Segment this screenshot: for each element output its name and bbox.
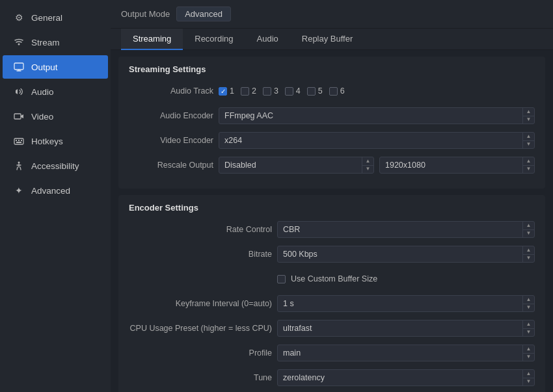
video-encoder-down[interactable]: ▼ <box>523 141 534 149</box>
tune-spinbox[interactable]: zerolatency ▲ ▼ <box>277 369 535 386</box>
encoder-settings-section: Encoder Settings Rate Control CBR ▲ ▼ Bi… <box>118 195 545 392</box>
svg-rect-7 <box>16 142 21 143</box>
track-2-checkbox[interactable] <box>241 87 249 96</box>
streaming-settings-title: Streaming Settings <box>129 64 535 74</box>
encoder-settings-title: Encoder Settings <box>129 203 535 213</box>
sidebar-item-general[interactable]: ⚙ General <box>3 6 108 29</box>
sidebar-item-stream[interactable]: Stream <box>3 31 108 54</box>
profile-down[interactable]: ▼ <box>523 354 534 361</box>
bitrate-arrows: ▲ ▼ <box>522 246 534 262</box>
sidebar-label-video: Video <box>31 112 53 122</box>
profile-control: main ▲ ▼ <box>277 345 535 361</box>
rescale-output-down[interactable]: ▼ <box>362 166 373 174</box>
audio-encoder-down[interactable]: ▼ <box>523 116 534 124</box>
top-bar: Output Mode Advanced <box>111 0 553 29</box>
cpu-preset-value: ultrafast <box>278 320 522 336</box>
bitrate-spinbox[interactable]: 500 Kbps ▲ ▼ <box>277 246 535 263</box>
rescale-output-up[interactable]: ▲ <box>362 157 373 166</box>
video-encoder-control: x264 ▲ ▼ <box>219 132 535 149</box>
rescale-resolution-up[interactable]: ▲ <box>523 157 534 166</box>
track-4-checkbox[interactable] <box>285 87 293 96</box>
track-4-label: 4 <box>296 86 301 96</box>
profile-up[interactable]: ▲ <box>523 345 534 354</box>
rescale-resolution-value: 1920x1080 <box>380 157 522 173</box>
keyframe-up[interactable]: ▲ <box>523 296 534 304</box>
bitrate-down[interactable]: ▼ <box>523 255 534 263</box>
sidebar-label-output: Output <box>31 62 58 72</box>
tab-streaming[interactable]: Streaming <box>121 29 183 50</box>
rescale-output-row: Rescale Output Disabled ▲ ▼ 1920x1080 ▲ <box>129 156 535 174</box>
main-content: Output Mode Advanced Streaming Recording… <box>111 0 553 392</box>
video-encoder-up[interactable]: ▲ <box>523 133 534 141</box>
sidebar-item-accessibility[interactable]: Accessibility <box>3 154 108 177</box>
rescale-output-value: Disabled <box>219 157 362 173</box>
cpu-preset-down[interactable]: ▼ <box>523 329 534 337</box>
audio-icon <box>13 86 25 98</box>
rescale-resolution-spinbox[interactable]: 1920x1080 ▲ ▼ <box>379 157 535 174</box>
rate-control-arrows: ▲ ▼ <box>522 222 534 237</box>
cpu-preset-label: CPU Usage Preset (higher = less CPU) <box>129 324 272 333</box>
video-encoder-value: x264 <box>219 133 522 148</box>
track-1-checkbox[interactable]: ✓ <box>219 87 227 96</box>
sidebar-item-output[interactable]: Output <box>3 55 108 79</box>
rate-control-spinbox[interactable]: CBR ▲ ▼ <box>277 221 535 238</box>
cpu-preset-spinbox[interactable]: ultrafast ▲ ▼ <box>277 320 535 337</box>
rescale-resolution-down[interactable]: ▼ <box>523 166 534 174</box>
rate-control-up[interactable]: ▲ <box>523 222 534 230</box>
track-3[interactable]: 3 <box>263 86 278 96</box>
track-6-label: 6 <box>340 86 345 96</box>
keyframe-spinbox[interactable]: 1 s ▲ ▼ <box>277 295 535 312</box>
track-5[interactable]: 5 <box>307 86 323 96</box>
track-1[interactable]: ✓ 1 <box>219 86 234 96</box>
audio-encoder-row: Audio Encoder FFmpeg AAC ▲ ▼ <box>129 107 535 125</box>
tune-row: Tune zerolatency ▲ ▼ <box>129 369 535 387</box>
profile-value: main <box>278 345 522 361</box>
bitrate-up[interactable]: ▲ <box>523 246 534 255</box>
sidebar-label-advanced: Advanced <box>31 186 70 196</box>
accessibility-icon <box>13 160 25 172</box>
track-5-checkbox[interactable] <box>307 87 316 96</box>
track-3-checkbox[interactable] <box>263 87 271 96</box>
custom-buffer-checkbox[interactable] <box>277 275 286 283</box>
svg-rect-4 <box>16 140 17 141</box>
keyframe-value: 1 s <box>278 296 522 311</box>
tab-recording[interactable]: Recording <box>183 29 245 50</box>
audio-encoder-up[interactable]: ▲ <box>523 108 534 116</box>
sidebar-item-video[interactable]: Video <box>3 105 108 128</box>
rate-control-down[interactable]: ▼ <box>523 230 534 238</box>
track-2-label: 2 <box>252 86 256 96</box>
cpu-preset-up[interactable]: ▲ <box>523 320 534 329</box>
svg-point-0 <box>18 44 20 46</box>
sidebar-item-advanced[interactable]: ✦ Advanced <box>3 179 108 202</box>
audio-track-row: Audio Track ✓ 1 2 3 <box>129 82 535 100</box>
cpu-preset-row: CPU Usage Preset (higher = less CPU) ult… <box>129 319 535 337</box>
audio-encoder-spinbox[interactable]: FFmpeg AAC ▲ ▼ <box>219 107 535 124</box>
keyframe-label: Keyframe Interval (0=auto) <box>129 299 272 308</box>
track-6[interactable]: 6 <box>329 86 345 96</box>
sidebar-label-general: General <box>31 13 62 23</box>
sidebar-item-audio[interactable]: Audio <box>3 80 108 103</box>
track-4[interactable]: 4 <box>285 86 301 96</box>
tune-up[interactable]: ▲ <box>523 370 534 378</box>
tune-down[interactable]: ▼ <box>523 378 534 386</box>
audio-encoder-label: Audio Encoder <box>129 111 213 120</box>
streaming-settings-section: Streaming Settings Audio Track ✓ 1 2 3 <box>118 57 545 189</box>
track-2[interactable]: 2 <box>241 86 256 96</box>
sidebar-label-audio: Audio <box>31 87 54 97</box>
gear-icon: ⚙ <box>13 12 25 23</box>
stream-icon <box>13 36 25 48</box>
profile-spinbox[interactable]: main ▲ ▼ <box>277 345 535 361</box>
track-6-checkbox[interactable] <box>329 87 338 96</box>
cpu-preset-arrows: ▲ ▼ <box>522 320 534 336</box>
keyframe-down[interactable]: ▼ <box>523 304 534 312</box>
rescale-output-spinbox[interactable]: Disabled ▲ ▼ <box>219 157 374 174</box>
audio-track-checkboxes: ✓ 1 2 3 4 <box>219 86 535 96</box>
track-5-label: 5 <box>318 86 323 96</box>
sidebar-item-hotkeys[interactable]: Hotkeys <box>3 129 108 153</box>
tab-audio[interactable]: Audio <box>245 29 290 50</box>
video-encoder-spinbox[interactable]: x264 ▲ ▼ <box>219 132 535 149</box>
bitrate-label: Bitrate <box>129 250 272 259</box>
tune-arrows: ▲ ▼ <box>522 370 534 385</box>
content-area: Streaming Settings Audio Track ✓ 1 2 3 <box>111 50 553 392</box>
tab-replay-buffer[interactable]: Replay Buffer <box>290 29 365 50</box>
